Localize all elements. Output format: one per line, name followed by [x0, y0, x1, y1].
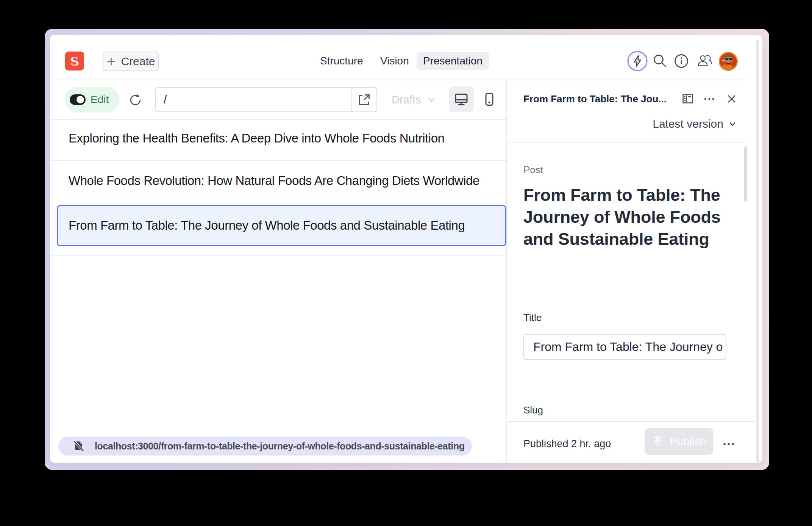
svg-text:ed: ed — [722, 59, 725, 62]
